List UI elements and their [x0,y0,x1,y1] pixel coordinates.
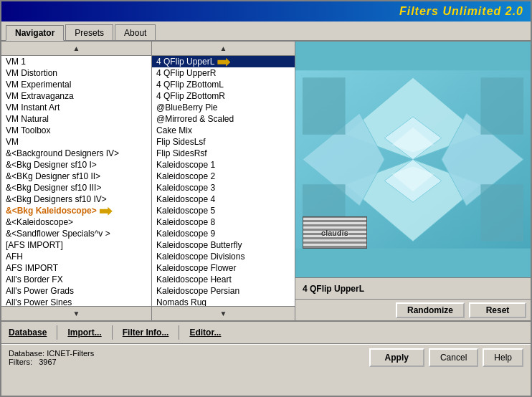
watermark-text: claudis [321,229,348,237]
middle-list-item[interactable]: Cake Mix [152,125,295,136]
database-button[interactable]: Database [6,326,49,339]
left-panel: ▲ VM 1VM DistortionVM ExperimentalVM Ext… [1,42,152,320]
left-list-item[interactable]: &<Sandflower Specials^v > [1,228,151,239]
middle-scroll-down-icon[interactable]: ▼ [220,310,227,317]
help-button[interactable]: Help [483,348,523,367]
middle-list-item[interactable]: Kaleidoscope Divisions [152,251,295,262]
status-info: Database: ICNET-Filters Filters: 3967 [9,349,94,366]
watermark-overlay: claudis [295,216,531,249]
cancel-button[interactable]: Cancel [429,348,478,367]
left-scroll-up-icon[interactable]: ▲ [73,44,80,52]
middle-list-item[interactable]: Kaleidoscope 2 [152,171,295,182]
middle-panel-footer: ▼ [152,306,295,320]
middle-list-item[interactable]: Kaleidoscope 3 [152,182,295,193]
filter-info-button[interactable]: Filter Info... [120,326,172,339]
middle-list-item[interactable]: Kaleidoscope 1 [152,159,295,171]
watermark-box: claudis [303,216,367,249]
middle-list-item[interactable]: 4 QFlip ZBottomL [152,79,295,90]
tab-navigator[interactable]: Navigator [6,25,64,41]
left-list-item[interactable]: VM Distortion [1,67,151,79]
tab-about[interactable]: About [115,24,156,40]
app-title: Filters Unlimited 2.0 [399,5,523,18]
middle-panel-header: ▲ [152,42,295,56]
left-panel-header: ▲ [1,42,151,56]
left-list-item[interactable]: VM Experimental [1,79,151,90]
left-list-item[interactable]: &<Kaleidoscope> [1,216,151,228]
middle-scroll-up-icon[interactable]: ▲ [220,44,227,52]
preview-controls: Randomize Reset [295,299,531,320]
middle-list-item[interactable]: 4 QFlip UpperL [152,56,295,67]
main-content: ▲ VM 1VM DistortionVM ExperimentalVM Ext… [1,42,531,321]
toolbar-sep-1 [57,325,57,340]
editor-button[interactable]: Editor... [186,326,224,339]
database-label: Database: [9,349,44,358]
toolbar-sep-2 [112,325,113,340]
left-list-item[interactable]: [AFS IMPORT] [1,239,151,251]
toolbar-sep-3 [179,325,179,340]
left-list-item[interactable]: VM Extravaganza [1,90,151,102]
middle-list-item[interactable]: Kaleidoscope Flower [152,262,295,274]
action-buttons: Apply Cancel Help [369,348,523,367]
left-list-item[interactable]: VM Instant Art [1,102,151,113]
left-panel-footer: ▼ [1,306,151,320]
svg-marker-10 [480,77,523,135]
left-list-item[interactable]: All's Power Grads [1,285,151,297]
left-list-item[interactable]: &<Bkg Designers sf10 IV> [1,193,151,205]
middle-list-item[interactable]: Flip SidesLsf [152,136,295,148]
tab-presets[interactable]: Presets [65,24,113,40]
import-button[interactable]: Import... [65,326,104,339]
middle-list-item[interactable]: 4 QFlip ZBottomR [152,90,295,102]
left-list-item[interactable]: &<BKg Designer sf10 II> [1,171,151,182]
status-bar: Database: ICNET-Filters Filters: 3967 Ap… [1,344,531,370]
right-panel: claudis 4 QFlip UpperL Randomize Reset [295,42,531,320]
middle-list-item[interactable]: @Mirrored & Scaled [152,113,295,125]
middle-list-item[interactable]: @BlueBerry Pie [152,102,295,113]
preview-label-bar: 4 QFlip UpperL [295,277,531,299]
left-scroll-down-icon[interactable]: ▼ [73,310,80,317]
tab-bar: Navigator Presets About [1,21,531,42]
filters-value: 3967 [39,358,56,366]
middle-panel: ▲ 4 QFlip UpperL4 QFlip UpperR4 QFlip ZB… [152,42,295,320]
left-list-item[interactable]: All's Power Sines [1,297,151,306]
database-value: ICNET-Filters [47,349,94,358]
left-list-item[interactable]: &<Bkg Designer sf10 III> [1,182,151,193]
apply-button[interactable]: Apply [369,348,424,367]
left-list-item[interactable]: VM [1,136,151,148]
left-list-item[interactable]: AFH [1,251,151,262]
bottom-toolbar: Database Import... Filter Info... Editor… [1,321,531,344]
middle-list-item[interactable]: Kaleidoscope 9 [152,228,295,239]
preview-filter-label: 4 QFlip UpperL [303,284,364,294]
middle-list-item[interactable]: Kaleidoscope 8 [152,216,295,228]
filters-label: Filters: [9,358,32,366]
middle-list: 4 QFlip UpperL4 QFlip UpperR4 QFlip ZBot… [152,56,295,306]
middle-list-item[interactable]: 4 QFlip UpperR [152,67,295,79]
left-list-item[interactable]: &<Background Designers IV> [1,148,151,159]
middle-list-item[interactable]: Kaleidoscope Persian [152,285,295,297]
middle-list-item[interactable]: Kaleidoscope 5 [152,205,295,216]
left-list-item[interactable]: All's Border FX [1,274,151,285]
left-list: VM 1VM DistortionVM ExperimentalVM Extra… [1,56,151,306]
left-list-item[interactable]: VM 1 [1,56,151,67]
left-list-item[interactable]: &<Bkg Designer sf10 I> [1,159,151,171]
randomize-button[interactable]: Randomize [396,302,465,318]
middle-list-item[interactable]: Kaleidoscope 4 [152,193,295,205]
svg-marker-9 [303,77,346,135]
left-list-item[interactable]: AFS IMPORT [1,262,151,274]
left-list-item[interactable]: VM Toolbox [1,125,151,136]
left-list-item[interactable]: &<Bkg Kaleidoscope> [1,205,151,216]
middle-list-item[interactable]: Flip SidesRsf [152,148,295,159]
left-list-item[interactable]: VM Natural [1,113,151,125]
middle-list-item[interactable]: Kaleidoscope Heart [152,274,295,285]
reset-button[interactable]: Reset [469,302,526,318]
preview-area: claudis [295,42,531,277]
middle-list-item[interactable]: Nomads Rug [152,297,295,306]
title-bar: Filters Unlimited 2.0 [1,1,531,21]
middle-list-item[interactable]: Kaleidoscope Butterfly [152,239,295,251]
